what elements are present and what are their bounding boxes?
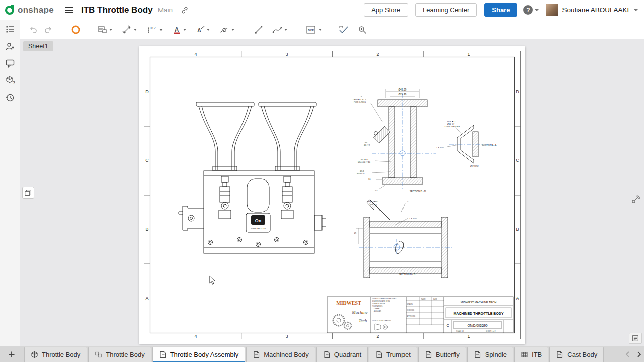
injector-left <box>219 176 231 219</box>
share-button[interactable]: Share <box>484 3 517 17</box>
chevron-down-icon <box>207 29 210 31</box>
svg-text:B: B <box>516 227 519 232</box>
sheet-list-icon <box>631 334 640 342</box>
inspect-measure-button[interactable] <box>356 24 369 36</box>
update-views-button[interactable] <box>69 23 83 36</box>
history-button[interactable] <box>5 93 15 103</box>
svg-text:DRAWN: DRAWN <box>407 303 413 305</box>
help-menu[interactable]: ? <box>523 5 539 15</box>
tab-drawing-spindle[interactable]: Spindle <box>467 347 513 362</box>
dimension-check-icon <box>338 25 349 35</box>
onshape-logo-text: onshape <box>18 5 54 15</box>
svg-text:Ø16 ▼5: Ø16 ▼5 <box>370 204 377 206</box>
note-icon: A <box>195 25 205 35</box>
svg-text:Ø16 ▼7: Ø16 ▼7 <box>447 123 454 125</box>
user-menu[interactable]: Soufiane ABOULAAKL <box>562 6 638 14</box>
follow-user-icon <box>5 41 15 51</box>
modify-tools-button[interactable] <box>630 193 642 205</box>
tab-scroll-right-button[interactable] <box>636 351 642 358</box>
tab-drawing-machined-body[interactable]: Machined Body <box>246 347 315 362</box>
workspace-label[interactable]: Main <box>158 6 173 14</box>
section-bb-view[interactable]: Ø4.4 THRU Ø16 ▼5 5 1 X 45.0° 29 SECTION … <box>354 198 452 278</box>
learning-center-button[interactable]: Learning Center <box>415 3 477 17</box>
tab-label: Cast Body <box>567 351 597 358</box>
onshape-logo-icon <box>4 5 15 16</box>
insert-view-button[interactable] <box>96 24 113 36</box>
note-button[interactable]: A <box>194 24 211 36</box>
drawing-sheet[interactable]: 4 3 2 1 4 3 2 1 D C B A D C B A <box>139 46 525 344</box>
follow-mode-button[interactable] <box>5 41 15 51</box>
section-aa-view[interactable]: Ø13 ▼12 Ø16 ▼7 TYP BOTH SIDES 1 X 45.0° … <box>436 121 497 167</box>
tab-label: Machined Body <box>264 351 309 358</box>
company-logo-gears <box>333 315 351 329</box>
help-resources-button[interactable]: ? <box>5 75 15 85</box>
tab-drawing-butterfly[interactable]: Butterfly <box>418 347 466 362</box>
document-title: ITB Throttle Body <box>81 5 153 15</box>
svg-text:Ø13 ▼12: Ø13 ▼12 <box>447 121 455 123</box>
text-annotation-button[interactable]: A <box>171 24 187 36</box>
title-block[interactable]: MIDWEST Machine Tech UNLESS OTHERWISE SP… <box>327 297 513 333</box>
svg-text:SURFACE FINISH:: SURFACE FINISH: <box>372 303 385 305</box>
svg-text:2: 2 <box>376 334 379 339</box>
onshape-logo[interactable]: onshape <box>0 5 54 16</box>
svg-text:Tech: Tech <box>359 318 367 323</box>
injector-right <box>281 176 293 219</box>
undo-button[interactable] <box>27 24 39 36</box>
zone-labels: 4 3 2 1 4 3 2 1 D C B A D C B A <box>145 52 519 339</box>
tab-label: Quadrant <box>334 351 361 358</box>
svg-text:C: C <box>516 158 519 163</box>
feature-list-button[interactable] <box>5 24 15 34</box>
tab-drawing-trumpet[interactable]: Trumpet <box>369 347 417 362</box>
chevron-down-icon <box>231 29 234 31</box>
comments-button[interactable] <box>5 58 15 68</box>
dimension-button[interactable] <box>120 24 138 36</box>
tab-assembly-throttle-body[interactable]: Throttle Body <box>88 347 151 362</box>
text-annotation-icon: A <box>172 25 182 35</box>
spline-tool-button[interactable] <box>271 24 288 36</box>
tab-drawing-throttle-body-assembly[interactable]: Throttle Body Assembly <box>152 347 246 362</box>
section-dd-view[interactable]: Ø43.69 Ø29.99 6 DEPTH 7 R1.5 FOR O-RING … <box>353 88 436 193</box>
avatar[interactable] <box>546 4 558 16</box>
svg-text:A: A <box>197 27 201 33</box>
svg-text:1 X 45.0°: 1 X 45.0° <box>436 147 444 149</box>
app-store-button[interactable]: App Store <box>364 3 408 17</box>
front-view[interactable] <box>179 102 326 253</box>
chevron-down-icon <box>159 29 163 31</box>
ordinate-dimension-icon: 012 <box>146 25 158 35</box>
line-tool-button[interactable] <box>253 24 265 36</box>
add-tab-button[interactable] <box>5 347 18 362</box>
tab-scroll-controls <box>623 347 644 362</box>
svg-text:C: C <box>446 324 449 327</box>
svg-text:4: 4 <box>194 52 197 57</box>
sheets-panel-button[interactable] <box>22 187 34 199</box>
sheet-list-button[interactable] <box>629 333 642 344</box>
hamburger-icon <box>65 7 74 14</box>
copy-link-button[interactable] <box>181 6 189 14</box>
help-cube-icon: ? <box>5 75 15 85</box>
dimension-icon <box>121 25 132 35</box>
ordinate-dimension-button[interactable]: 012 <box>145 24 164 36</box>
dimension-check-button[interactable] <box>337 24 350 36</box>
centerline-button[interactable] <box>218 24 235 36</box>
svg-text:NAME: NAME <box>421 298 426 300</box>
tab-part-studio-throttle-body[interactable]: Throttle Body <box>24 347 87 362</box>
svg-text:29: 29 <box>354 232 356 234</box>
svg-text:3: 3 <box>285 52 288 57</box>
svg-text:SECTION D - D: SECTION D - D <box>410 190 426 193</box>
wrench-icon <box>631 194 641 204</box>
tab-drawing-cast-body[interactable]: Cast Body <box>549 347 604 362</box>
spline-icon <box>272 25 283 35</box>
tab-drawing-quadrant[interactable]: Quadrant <box>316 347 368 362</box>
sheet-tab[interactable]: Sheet1 <box>23 41 53 51</box>
svg-text:SECTION B - B: SECTION B - B <box>399 273 415 276</box>
main-menu-button[interactable] <box>65 7 74 14</box>
drawing-canvas[interactable]: Sheet1 <box>20 39 644 346</box>
export-dxf-button[interactable]: DXF <box>304 24 323 36</box>
svg-text:M4x0.70: M4x0.70 <box>357 172 365 175</box>
chevron-down-icon <box>284 29 287 31</box>
tab-scroll-left-button[interactable] <box>625 351 631 358</box>
tab-table-itb[interactable]: ITB <box>514 347 548 362</box>
svg-text:Ø29.99: Ø29.99 <box>399 93 407 96</box>
svg-text:LINEAR:: LINEAR: <box>374 308 380 310</box>
redo-button[interactable] <box>42 24 54 36</box>
